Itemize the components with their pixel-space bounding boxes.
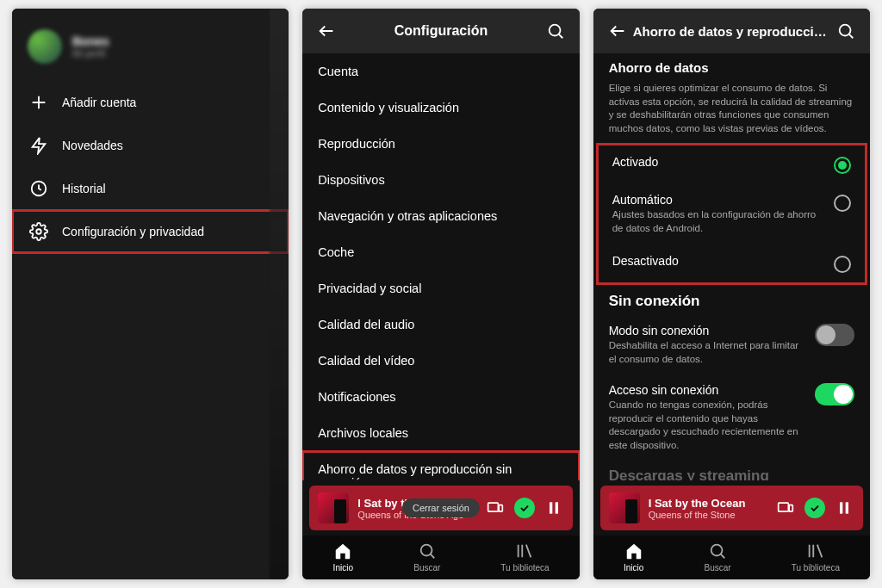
menu-label: Añadir cuenta <box>62 96 136 109</box>
nav-home[interactable]: Inicio <box>624 541 644 573</box>
search-icon <box>707 541 728 561</box>
pause-icon[interactable] <box>543 498 564 518</box>
svg-rect-20 <box>789 505 792 512</box>
settings-item[interactable]: Navegación y otras aplicaciones <box>302 198 579 234</box>
settings-item-data-saver[interactable]: Ahorro de datos y reproducción sin conex… <box>302 451 579 480</box>
page-title: Configuración <box>337 23 544 39</box>
radio-icon <box>834 256 851 273</box>
plus-icon <box>29 93 48 112</box>
back-button[interactable] <box>607 21 628 41</box>
settings-item[interactable]: Contenido y visualización <box>302 90 579 126</box>
pause-icon[interactable] <box>834 498 854 518</box>
gear-icon <box>29 222 48 241</box>
check-icon[interactable] <box>514 498 535 518</box>
svg-point-11 <box>420 545 432 556</box>
track-title: I Sat by the Ocean <box>649 497 767 510</box>
switch-icon <box>815 324 854 346</box>
profile-name: Bones <box>72 34 109 48</box>
nav-home[interactable]: Inicio <box>332 541 353 573</box>
svg-line-18 <box>849 34 854 39</box>
svg-line-6 <box>558 34 562 39</box>
settings-item[interactable]: Notificaciones <box>302 379 579 415</box>
phone-drawer: Bones Mi perfil Añadir cuenta Novedades <box>12 9 289 579</box>
search-button[interactable] <box>545 21 566 41</box>
menu-news[interactable]: Novedades <box>12 124 289 167</box>
svg-rect-21 <box>840 502 842 513</box>
topbar: Ahorro de datos y reproducción sin <box>593 9 870 53</box>
hidden-heading: Descargas y streaming <box>593 461 870 480</box>
settings-item[interactable]: Cuenta <box>302 53 579 90</box>
check-icon[interactable] <box>804 498 825 518</box>
menu-history[interactable]: Historial <box>12 167 289 210</box>
svg-rect-7 <box>488 503 498 511</box>
background-peek <box>270 9 289 579</box>
section-description: Elige si quieres optimizar el consumo de… <box>593 82 870 142</box>
settings-item[interactable]: Dispositivos <box>302 162 579 198</box>
svg-point-3 <box>36 229 41 234</box>
search-icon <box>417 541 438 561</box>
radio-icon <box>834 157 851 174</box>
radio-icon <box>834 195 851 212</box>
bolt-icon <box>29 136 48 155</box>
svg-rect-19 <box>779 503 789 511</box>
svg-line-15 <box>526 545 531 558</box>
svg-line-12 <box>430 554 434 559</box>
drawer-menu: Bones Mi perfil Añadir cuenta Novedades <box>12 9 289 579</box>
devices-icon[interactable] <box>775 498 796 518</box>
svg-point-5 <box>549 25 560 36</box>
profile-subtitle: Mi perfil <box>72 48 109 59</box>
nav-library[interactable]: Tu biblioteca <box>500 541 549 573</box>
radio-desactivado[interactable]: Desactivado <box>597 244 866 282</box>
album-cover <box>318 492 349 523</box>
svg-rect-10 <box>555 502 557 513</box>
radio-automatico[interactable]: Automático Ajustes basados en la configu… <box>597 183 866 244</box>
history-icon <box>29 179 48 198</box>
svg-rect-8 <box>499 505 502 512</box>
switch-icon <box>815 383 854 405</box>
settings-item[interactable]: Archivos locales <box>302 415 579 451</box>
nav-search[interactable]: Buscar <box>413 541 440 573</box>
library-icon <box>805 541 826 561</box>
nav-library[interactable]: Tu biblioteca <box>792 541 840 573</box>
settings-item[interactable]: Coche <box>302 234 579 270</box>
bottom-nav: Inicio Buscar Tu biblioteca <box>302 535 579 579</box>
settings-list[interactable]: Cuenta Contenido y visualización Reprodu… <box>302 53 579 480</box>
topbar: Configuración <box>302 9 579 53</box>
now-playing-bar[interactable]: I Sat by the Ocean Queens of the Stone <box>600 486 863 530</box>
data-saver-content[interactable]: Ahorro de datos Elige si quieres optimiz… <box>593 53 870 480</box>
svg-point-17 <box>840 25 851 36</box>
settings-item[interactable]: Reproducción <box>302 126 579 162</box>
settings-item[interactable]: Calidad del vídeo <box>302 343 579 379</box>
menu-label: Novedades <box>62 139 123 152</box>
menu-add-account[interactable]: Añadir cuenta <box>12 81 289 124</box>
menu-label: Configuración y privacidad <box>62 225 204 238</box>
nav-search[interactable]: Buscar <box>705 541 731 573</box>
album-cover <box>609 492 640 523</box>
phone-settings: Configuración Cuenta Contenido y visuali… <box>302 9 579 579</box>
devices-icon[interactable] <box>485 498 506 518</box>
home-icon <box>332 541 353 561</box>
library-icon <box>514 541 535 561</box>
overflow-pill[interactable]: Cerrar sesión <box>402 498 480 517</box>
back-button[interactable] <box>316 21 337 41</box>
section-heading: Sin conexión <box>593 286 870 315</box>
toggle-offline-mode[interactable]: Modo sin conexión Deshabilita el acceso … <box>593 315 870 374</box>
settings-item[interactable]: Privacidad y social <box>302 270 579 306</box>
radio-group: Activado Automático Ajustes basados en l… <box>597 144 866 284</box>
toggle-offline-access[interactable]: Acceso sin conexión Cuando no tengas con… <box>593 374 870 461</box>
avatar <box>28 29 62 64</box>
settings-item[interactable]: Calidad del audio <box>302 306 579 343</box>
svg-line-24 <box>721 554 725 559</box>
search-button[interactable] <box>835 21 856 41</box>
radio-activado[interactable]: Activado <box>597 145 866 183</box>
page-title: Ahorro de datos y reproducción sin <box>628 24 835 39</box>
svg-rect-22 <box>846 502 848 513</box>
section-heading: Ahorro de datos <box>593 53 870 80</box>
menu-settings-privacy[interactable]: Configuración y privacidad <box>12 210 289 253</box>
svg-line-27 <box>817 545 823 558</box>
home-icon <box>624 541 644 561</box>
menu-label: Historial <box>62 182 106 195</box>
profile-header[interactable]: Bones Mi perfil <box>12 17 289 81</box>
phone-data-saver: Ahorro de datos y reproducción sin Ahorr… <box>593 9 870 579</box>
bottom-nav: Inicio Buscar Tu biblioteca <box>593 535 870 579</box>
